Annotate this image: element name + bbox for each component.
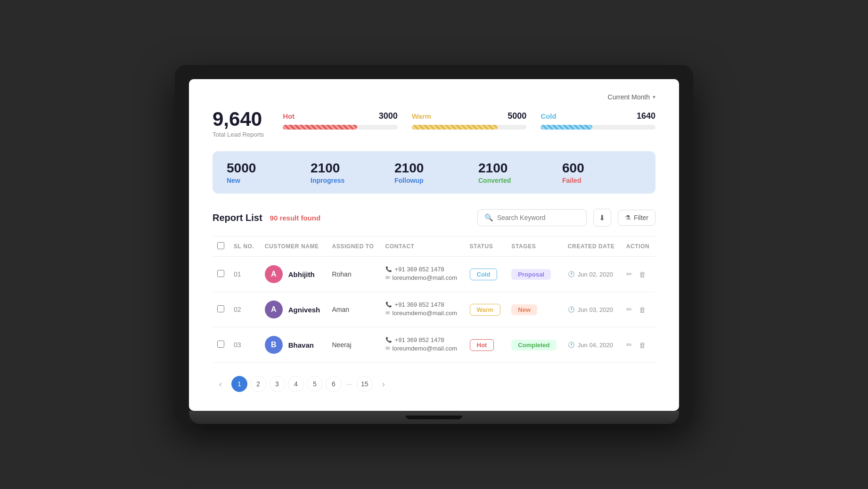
screen-content: Current Month ▾ 9,640 Total Lead Reports…: [189, 79, 679, 411]
delete-icon[interactable]: 🗑: [639, 306, 646, 314]
search-input[interactable]: [497, 214, 580, 221]
col-header-created-date: CREATED DATE: [563, 236, 622, 257]
delete-icon[interactable]: 🗑: [639, 341, 646, 349]
filter-button[interactable]: ⚗ Filter: [618, 210, 655, 226]
contact-cell: 📞+91 369 852 1478 ✉loreumdemo@mail.com: [381, 327, 465, 363]
bar-track-cold: [540, 125, 655, 130]
customer-name: Agnivesh: [288, 306, 320, 314]
row-checkbox[interactable]: [217, 341, 224, 348]
pagination-next[interactable]: ›: [376, 376, 392, 392]
bar-fill-hot: [283, 125, 357, 130]
edit-icon[interactable]: ✏: [626, 305, 632, 314]
pagination-prev[interactable]: ‹: [213, 376, 229, 392]
pagination-page-5[interactable]: 5: [307, 376, 323, 392]
status-badge: Warm: [470, 304, 501, 316]
row-checkbox[interactable]: [217, 270, 224, 277]
download-button[interactable]: ⬇: [593, 209, 611, 227]
created-date: 🕐 Jun 04, 2020: [568, 342, 617, 349]
delete-icon[interactable]: 🗑: [639, 270, 646, 278]
date-value: Jun 04, 2020: [578, 342, 613, 349]
phone-number: +91 369 852 1478: [395, 301, 444, 308]
col-header-action: ACTION: [622, 236, 655, 257]
status-item-converted: 2100 Converted: [478, 161, 557, 184]
edit-icon[interactable]: ✏: [626, 270, 632, 278]
col-header-stages: STAGES: [507, 236, 563, 257]
col-header-contact: CONTACT: [381, 236, 465, 257]
action-cell: ✏ 🗑: [626, 341, 651, 349]
status-label-followup: Followup: [394, 177, 474, 184]
stats-row: 9,640 Total Lead Reports Hot 3000 Warm 5…: [213, 109, 655, 138]
pagination-last-page[interactable]: 15: [357, 376, 373, 392]
current-month-label: Current Month: [608, 93, 650, 101]
customer-name: Bhavan: [288, 341, 314, 349]
email-address: loreumdemo@mail.com: [393, 345, 457, 352]
phone-icon: 📞: [385, 302, 392, 308]
phone-icon: 📞: [385, 337, 392, 343]
action-cell: ✏ 🗑: [626, 270, 651, 278]
pagination: ‹123456···15›: [213, 376, 655, 392]
col-header-assigned-to: ASSIGNED TO: [327, 236, 380, 257]
result-count-suffix: result found: [278, 214, 320, 222]
sl-number: 03: [229, 327, 260, 363]
chevron-down-icon: ▾: [653, 94, 655, 100]
status-badge: Cold: [470, 269, 498, 280]
table-row: 02 A Agnivesh Aman 📞+91 369 852 1478 ✉lo…: [213, 292, 655, 327]
status-item-failed: 600 Failed: [562, 161, 641, 184]
phone-icon: 📞: [385, 266, 392, 272]
clock-icon: 🕐: [568, 271, 575, 277]
status-badge: Hot: [470, 339, 494, 351]
col-header-status: STATUS: [465, 236, 507, 257]
col-header-customer-name: CUSTOMER NAME: [260, 236, 328, 257]
bar-track-warm: [412, 125, 527, 130]
search-icon: 🔍: [484, 213, 493, 222]
lead-bar-value-cold: 1640: [637, 111, 655, 121]
status-number-followup: 2100: [394, 161, 474, 176]
bar-fill-cold: [540, 125, 592, 130]
lead-bar-label-hot: Hot: [283, 112, 295, 120]
created-date: 🕐 Jun 03, 2020: [568, 306, 617, 313]
status-item-new: 5000 New: [227, 161, 306, 184]
select-all-checkbox[interactable]: [217, 242, 224, 249]
avatar: A: [265, 265, 283, 283]
filter-label: Filter: [634, 214, 648, 221]
lead-bar-warm: Warm 5000: [412, 111, 527, 130]
assigned-to: Rohan: [327, 257, 380, 292]
lead-bar-cold: Cold 1640: [540, 111, 655, 130]
customer-name: Abhijith: [288, 270, 315, 278]
pagination-page-1[interactable]: 1: [231, 376, 247, 392]
customer-cell: A Abhijith: [265, 265, 323, 283]
table-header: SL NO.CUSTOMER NAMEASSIGNED TOCONTACTSTA…: [213, 236, 655, 257]
status-band: 5000 New 2100 Inprogress 2100 Followup 2…: [213, 151, 655, 194]
laptop-notch: [406, 416, 462, 419]
pagination-page-3[interactable]: 3: [269, 376, 285, 392]
email-address: loreumdemo@mail.com: [393, 310, 457, 317]
status-item-inprogress: 2100 Inprogress: [311, 161, 390, 184]
total-leads-block: 9,640 Total Lead Reports: [213, 109, 264, 138]
contact-cell: 📞+91 369 852 1478 ✉loreumdemo@mail.com: [381, 257, 465, 292]
date-value: Jun 03, 2020: [578, 306, 613, 313]
status-label-failed: Failed: [562, 177, 641, 184]
phone-number: +91 369 852 1478: [395, 336, 444, 343]
lead-bar-value-hot: 3000: [379, 111, 398, 121]
email-icon: ✉: [385, 345, 390, 351]
stage-badge: New: [511, 304, 537, 315]
edit-icon[interactable]: ✏: [626, 341, 632, 349]
status-label-inprogress: Inprogress: [311, 177, 390, 184]
total-leads-label: Total Lead Reports: [213, 131, 264, 138]
total-leads-number: 9,640: [213, 109, 264, 129]
pagination-page-2[interactable]: 2: [250, 376, 266, 392]
table-row: 03 B Bhavan Neeraj 📞+91 369 852 1478 ✉lo…: [213, 327, 655, 363]
assigned-to: Aman: [327, 292, 380, 327]
clock-icon: 🕐: [568, 342, 575, 348]
sl-number: 01: [229, 257, 260, 292]
download-icon: ⬇: [599, 213, 605, 222]
pagination-page-4[interactable]: 4: [288, 376, 304, 392]
col-header-sl-no.: SL NO.: [229, 236, 260, 257]
stage-badge: Completed: [511, 340, 556, 350]
pagination-page-6[interactable]: 6: [326, 376, 342, 392]
report-list-title: Report List: [213, 212, 262, 223]
row-checkbox[interactable]: [217, 305, 224, 312]
created-date: 🕐 Jun 02, 2020: [568, 271, 617, 278]
report-table: SL NO.CUSTOMER NAMEASSIGNED TOCONTACTSTA…: [213, 236, 655, 363]
current-month-button[interactable]: Current Month ▾: [608, 93, 655, 101]
